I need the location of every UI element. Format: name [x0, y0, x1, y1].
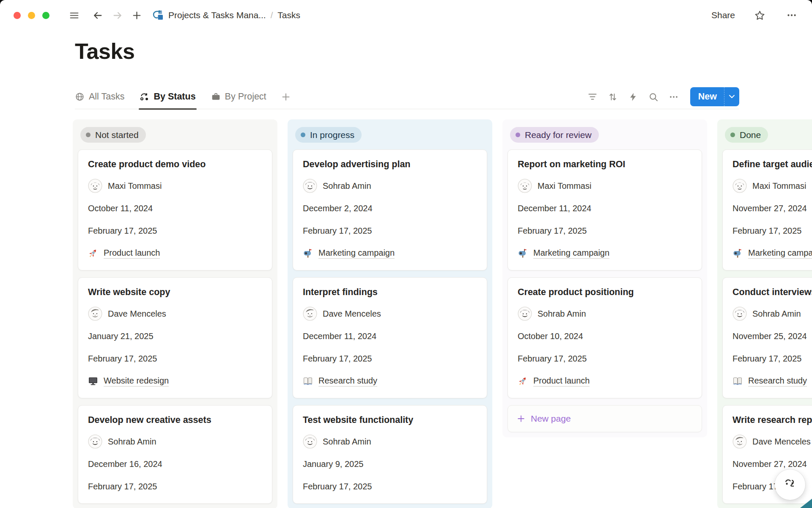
app-window: Projects & Tasks Mana... / Tasks Share T…: [0, 0, 812, 508]
chevron-down-icon[interactable]: [724, 87, 739, 106]
assignee-row: Maxi Tommasi: [88, 179, 262, 193]
tab-by-status[interactable]: By Status: [140, 85, 195, 109]
window-controls: [14, 12, 49, 19]
status-badge[interactable]: In progress: [295, 127, 362, 143]
menu-icon[interactable]: [66, 8, 82, 23]
task-card[interactable]: Develop advertising plan Sohrab Amin Dec…: [293, 149, 487, 271]
task-title: Conduct interviews: [732, 287, 812, 298]
project-label[interactable]: Research study: [748, 376, 807, 387]
assignee-row: Maxi Tommasi: [732, 179, 812, 193]
kanban-column-not-started: Not started Create product demo video Ma…: [73, 119, 277, 508]
project-label[interactable]: Marketing campaign: [533, 248, 609, 259]
new-page-label: New page: [531, 414, 571, 424]
assignee-name: Maxi Tommasi: [538, 181, 591, 191]
column-cards: Develop advertising plan Sohrab Amin Dec…: [293, 149, 487, 504]
task-title: Develop new creative assets: [88, 414, 262, 426]
project-link[interactable]: Marketing campaign: [303, 246, 477, 260]
share-button[interactable]: Share: [711, 10, 735, 20]
tab-by-project[interactable]: By Project: [211, 85, 266, 109]
breadcrumb-separator: /: [271, 11, 273, 20]
task-card[interactable]: Create product demo video Maxi Tommasi O…: [78, 149, 272, 271]
assignee-row: Dave Menceles: [303, 306, 477, 321]
back-arrow-icon[interactable]: [90, 8, 105, 23]
project-link[interactable]: Website redesign: [88, 374, 262, 388]
ai-face-button[interactable]: [775, 469, 805, 500]
close-window-button[interactable]: [14, 12, 21, 19]
new-button-label[interactable]: New: [690, 87, 724, 106]
briefcase-icon: [211, 92, 221, 102]
sort-icon[interactable]: [604, 88, 622, 106]
forward-arrow-icon[interactable]: [110, 8, 125, 23]
avatar: [88, 434, 102, 449]
due-date: February 17, 2025: [518, 224, 692, 238]
status-badge[interactable]: Done: [725, 127, 768, 143]
new-tab-plus-icon[interactable]: [129, 8, 144, 23]
add-view-plus-icon[interactable]: [278, 89, 294, 105]
zoom-window-button[interactable]: [42, 12, 49, 19]
breadcrumb[interactable]: Projects & Tasks Mana... / Tasks: [152, 9, 300, 21]
tab-all-tasks[interactable]: All Tasks: [75, 85, 124, 109]
book-icon: [303, 376, 313, 386]
project-link[interactable]: Product launch: [518, 374, 692, 388]
project-link[interactable]: Research study: [303, 374, 477, 388]
task-card[interactable]: Develop new creative assets Sohrab Amin …: [78, 405, 272, 504]
project-label[interactable]: Website redesign: [104, 376, 169, 387]
task-card[interactable]: Define target audience Maxi Tommasi Nove…: [722, 149, 812, 271]
project-link[interactable]: Research study: [732, 374, 812, 388]
task-card[interactable]: Create product positioning Sohrab Amin O…: [508, 277, 702, 398]
book-icon: [732, 376, 743, 386]
view-tabs-bar: All Tasks By Status By Project: [75, 85, 739, 109]
search-icon[interactable]: [645, 88, 662, 106]
assignee-name: Sohrab Amin: [538, 309, 586, 319]
mailbox-icon: [518, 248, 528, 258]
project-label[interactable]: Research study: [318, 376, 377, 387]
start-date: November 25, 2024: [732, 329, 812, 343]
start-date: December 11, 2024: [303, 329, 477, 343]
task-title: Write website copy: [88, 287, 262, 298]
avatar: [518, 179, 532, 193]
column-cards: Define target audience Maxi Tommasi Nove…: [722, 149, 812, 504]
project-link[interactable]: Marketing campaign: [518, 246, 692, 260]
project-label[interactable]: Product launch: [533, 376, 590, 387]
status-badge[interactable]: Not started: [80, 127, 146, 143]
due-date: February 17, 2025: [303, 479, 477, 494]
column-cards: Report on marketing ROI Maxi Tommasi Dec…: [508, 149, 702, 432]
breadcrumb-workspace[interactable]: Projects & Tasks Mana...: [168, 10, 266, 20]
column-header: In progress: [293, 125, 487, 149]
avatar: [518, 306, 532, 321]
more-icon[interactable]: [665, 88, 683, 106]
task-card[interactable]: Write website copy Dave Menceles January…: [78, 277, 272, 398]
task-card[interactable]: Report on marketing ROI Maxi Tommasi Dec…: [508, 149, 702, 271]
task-card[interactable]: Test website functionality Sohrab Amin J…: [293, 405, 487, 504]
status-badge[interactable]: Ready for review: [510, 127, 599, 143]
avatar: [732, 434, 747, 449]
project-link[interactable]: Product launch: [88, 246, 262, 260]
rocket-icon: [88, 248, 99, 258]
status-label: Done: [740, 130, 761, 140]
project-link[interactable]: Marketing campaign: [732, 246, 812, 260]
page-title[interactable]: Tasks: [75, 38, 812, 64]
start-date: January 9, 2025: [303, 457, 477, 471]
task-title: Report on marketing ROI: [518, 159, 692, 171]
project-label[interactable]: Product launch: [104, 248, 160, 259]
more-icon[interactable]: [784, 8, 799, 23]
project-label[interactable]: Marketing campaign: [748, 248, 812, 259]
kanban-column-ready-for-review: Ready for review Report on marketing ROI…: [502, 119, 707, 437]
assignee-row: Sohrab Amin: [303, 434, 477, 449]
filter-icon[interactable]: [584, 88, 601, 106]
new-page-button[interactable]: New page: [508, 405, 702, 432]
assignee-row: Sohrab Amin: [88, 434, 262, 449]
kanban-board: Not started Create product demo video Ma…: [73, 119, 812, 508]
task-card[interactable]: Conduct interviews Sohrab Amin November …: [722, 277, 812, 398]
new-button[interactable]: New: [690, 87, 739, 106]
assignee-row: Dave Menceles: [88, 306, 262, 321]
task-card[interactable]: Interpret findings Dave Menceles Decembe…: [293, 277, 487, 398]
avatar: [303, 179, 317, 193]
automation-bolt-icon[interactable]: [624, 88, 642, 106]
avatar: [303, 306, 317, 321]
star-icon[interactable]: [752, 8, 767, 23]
avatar: [88, 306, 102, 321]
breadcrumb-current[interactable]: Tasks: [277, 10, 300, 20]
minimize-window-button[interactable]: [28, 12, 35, 19]
project-label[interactable]: Marketing campaign: [318, 248, 395, 259]
